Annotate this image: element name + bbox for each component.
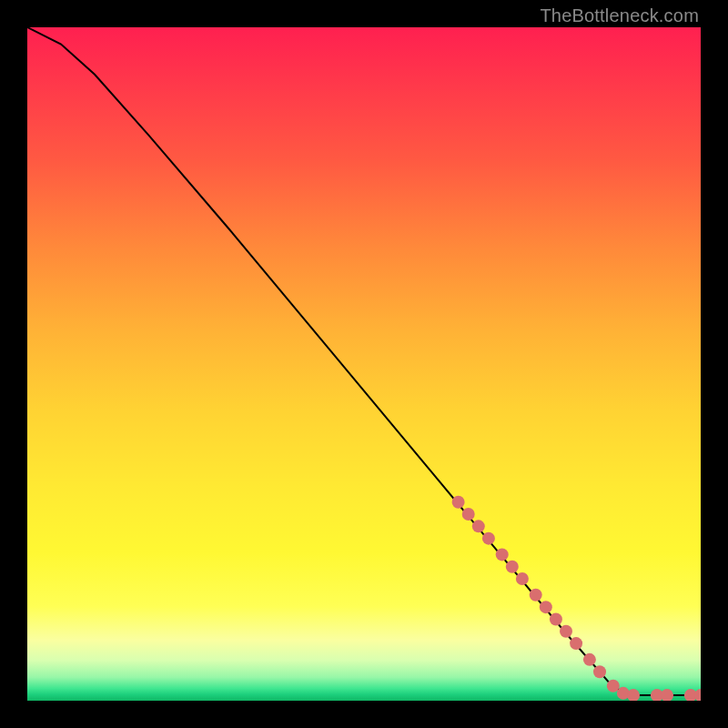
- credit-label: TheBottleneck.com: [540, 5, 699, 26]
- plot-svg: [27, 27, 701, 701]
- data-marker: [482, 532, 495, 545]
- data-marker: [560, 625, 572, 638]
- data-marker: [550, 612, 562, 625]
- data-marker: [462, 508, 475, 521]
- data-marker: [593, 665, 606, 678]
- marker-layer: [452, 496, 701, 701]
- data-marker: [452, 496, 465, 509]
- data-marker: [661, 689, 673, 701]
- data-marker: [472, 520, 485, 532]
- data-marker: [506, 561, 519, 573]
- data-marker: [530, 589, 542, 602]
- data-marker: [540, 601, 552, 613]
- data-marker: [496, 548, 509, 561]
- data-marker: [516, 572, 529, 585]
- curve-line: [27, 27, 701, 695]
- data-marker: [570, 637, 582, 650]
- chart-area: [27, 27, 701, 701]
- data-marker: [583, 653, 596, 666]
